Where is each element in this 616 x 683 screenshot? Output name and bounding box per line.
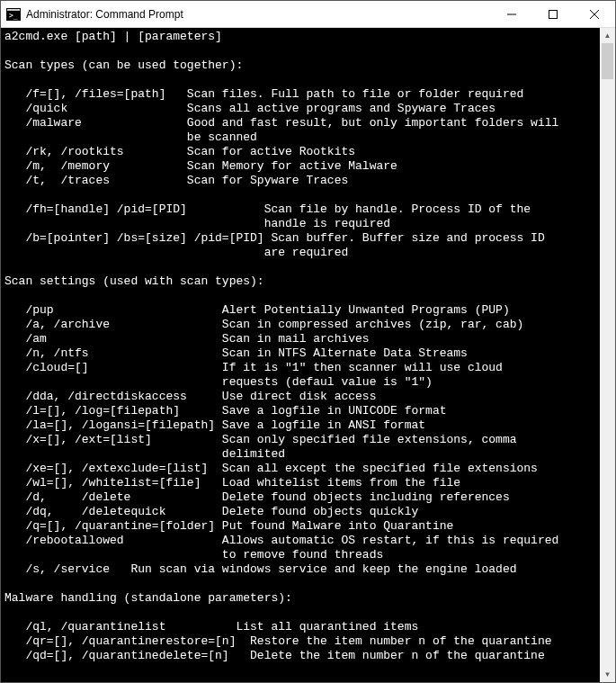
scroll-thumb[interactable] — [602, 43, 613, 79]
window-title: Administrator: Command Prompt — [26, 8, 183, 21]
minimize-button[interactable] — [491, 1, 532, 28]
close-button[interactable] — [574, 1, 615, 28]
terminal-area: a2cmd.exe [path] | [parameters] Scan typ… — [1, 28, 615, 682]
svg-text:>_: >_ — [9, 12, 18, 20]
scroll-up-arrow[interactable]: ▲ — [600, 28, 615, 43]
cmd-icon: >_ — [6, 7, 21, 22]
scroll-track[interactable] — [600, 43, 615, 667]
vertical-scrollbar[interactable]: ▲ ▼ — [600, 28, 615, 682]
window-controls — [491, 1, 615, 28]
titlebar[interactable]: >_ Administrator: Command Prompt — [1, 1, 615, 28]
scroll-down-arrow[interactable]: ▼ — [600, 667, 615, 682]
svg-rect-4 — [549, 10, 558, 18]
svg-rect-1 — [7, 9, 20, 11]
maximize-button[interactable] — [532, 1, 574, 28]
terminal-output[interactable]: a2cmd.exe [path] | [parameters] Scan typ… — [1, 28, 600, 682]
